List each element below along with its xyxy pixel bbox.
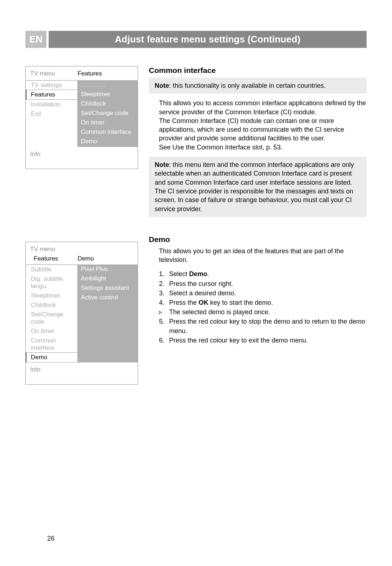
tv-menu-features-box: TV menu Features TV settingsFeaturesInst…	[25, 66, 138, 169]
page-title: Adjust feature menu settings (Continued)	[49, 31, 367, 48]
menu1-right-item: Common interface	[77, 127, 138, 137]
menu2-left-item: Demo	[26, 352, 77, 362]
demo-step: 1.Select Demo.	[159, 269, 367, 279]
common-interface-section: Common interface Note: this functionalit…	[149, 66, 367, 217]
ci-note-2: Note: this menu item and the common inte…	[149, 157, 367, 217]
menu2-right-item: Settings assistant	[77, 283, 138, 293]
menu1-left-item: TV settings	[26, 81, 77, 90]
demo-section: Demo This allows you to get an idea of t…	[149, 235, 367, 345]
menu2-sub-left: Features	[30, 255, 78, 262]
menu2-left-item: Sleeptimer	[26, 291, 77, 300]
ci-note-1: Note: this functionality is only availab…	[149, 78, 367, 94]
page-header: EN Adjust feature menu settings (Continu…	[25, 31, 367, 48]
demo-intro: This allows you to get an idea of the fe…	[149, 247, 367, 264]
menu1-right-item: Demo	[77, 137, 138, 146]
menu1-header-right: Features	[78, 70, 133, 77]
menu1-right-item: Set/Change code	[77, 108, 138, 118]
language-badge: EN	[25, 31, 46, 48]
menu2-footer: Info	[26, 362, 138, 384]
menu2-left-item: On timer	[26, 327, 77, 336]
ci-paragraph: This allows you to access common interfa…	[149, 99, 367, 152]
menu2-right-item: Ambilight	[77, 274, 138, 283]
page-number: 26	[47, 535, 54, 542]
menu1-left-item: Installation	[26, 100, 77, 109]
menu2-left-item: Dig. subtitle langu.	[26, 274, 77, 291]
menu2-left-item: Set/Change code	[26, 310, 77, 327]
menu2-header-left: TV menu	[30, 246, 78, 253]
demo-steps-list: 1.Select Demo.2.Press the cursor right.3…	[149, 269, 367, 345]
menu2-left-item: Subtitle	[26, 265, 77, 274]
menu1-footer: Info	[26, 147, 138, 169]
menu1-right-item: On timer	[77, 118, 138, 127]
menu1-left-item: Exit	[26, 109, 77, 119]
demo-step: 2.Press the cursor right.	[159, 279, 367, 288]
menu2-left-item: Common interface	[26, 336, 77, 353]
menu1-left-item: Features	[26, 90, 77, 100]
tv-menu-demo-box: TV menu Features Demo SubtitleDig. subti…	[25, 242, 138, 385]
demo-step: 5.Press the red colour key to stop the d…	[159, 317, 367, 336]
demo-step: 3.Select a desired demo.	[159, 288, 367, 298]
menu1-header-left: TV menu	[30, 70, 78, 77]
menu1-right-item: Sleeptimer	[77, 90, 138, 99]
demo-step: 6.Press the red colour key to exit the d…	[159, 336, 367, 345]
ci-title: Common interface	[149, 66, 367, 75]
menu2-right-item: Active control	[77, 293, 138, 302]
demo-title: Demo	[149, 235, 367, 244]
menu2-right-item: Pixel Plus	[77, 264, 138, 274]
demo-step: 4.Press the OK key to start the demo.	[159, 298, 367, 307]
menu2-left-item: Childlock	[26, 300, 77, 310]
menu1-right-item: ............	[77, 80, 138, 90]
menu1-right-item: Childlock	[77, 99, 138, 108]
demo-step: ▹The selected demo is played once.	[159, 307, 367, 317]
menu2-sub-right: Demo	[78, 255, 133, 262]
